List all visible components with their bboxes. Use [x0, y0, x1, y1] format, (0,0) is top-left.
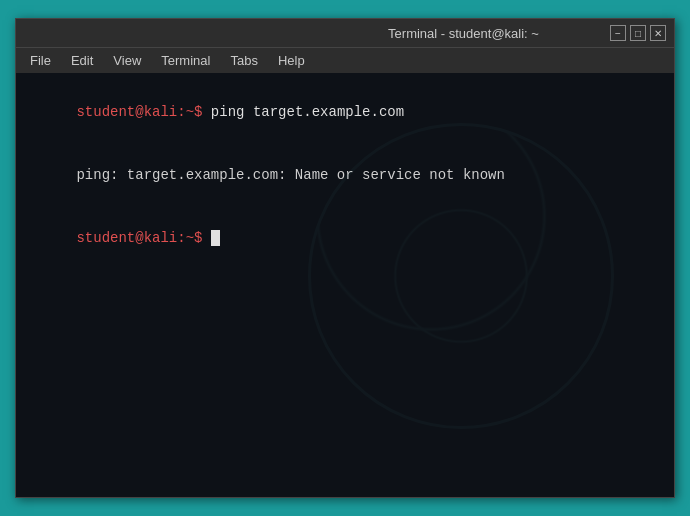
menu-terminal[interactable]: Terminal [153, 51, 218, 70]
terminal-body[interactable]: student@kali:~$ ping target.example.com … [16, 73, 674, 497]
prompt-sep-2: :~$ [177, 230, 202, 246]
close-button[interactable]: ✕ [650, 25, 666, 41]
prompt-sep-1: :~$ [177, 104, 202, 120]
titlebar: Terminal - student@kali: ~ − □ ✕ [16, 19, 674, 47]
terminal-line-1: student@kali:~$ ping target.example.com [26, 81, 664, 144]
menu-help[interactable]: Help [270, 51, 313, 70]
prompt-user-2: student@kali [76, 230, 177, 246]
maximize-button[interactable]: □ [630, 25, 646, 41]
terminal-line-2: ping: target.example.com: Name or servic… [26, 144, 664, 207]
minimize-button[interactable]: − [610, 25, 626, 41]
prompt-space [202, 230, 210, 246]
menu-tabs[interactable]: Tabs [222, 51, 265, 70]
menu-edit[interactable]: Edit [63, 51, 101, 70]
menu-file[interactable]: File [22, 51, 59, 70]
prompt-user-1: student@kali [76, 104, 177, 120]
window-controls: − □ ✕ [610, 25, 666, 41]
window-title: Terminal - student@kali: ~ [317, 26, 610, 41]
menubar: File Edit View Terminal Tabs Help [16, 47, 674, 73]
output-text: ping: target.example.com: Name or servic… [76, 167, 504, 183]
terminal-cursor [211, 230, 220, 246]
command-1: ping target.example.com [202, 104, 404, 120]
terminal-window: Terminal - student@kali: ~ − □ ✕ File Ed… [15, 18, 675, 498]
terminal-line-3: student@kali:~$ [26, 207, 664, 270]
menu-view[interactable]: View [105, 51, 149, 70]
